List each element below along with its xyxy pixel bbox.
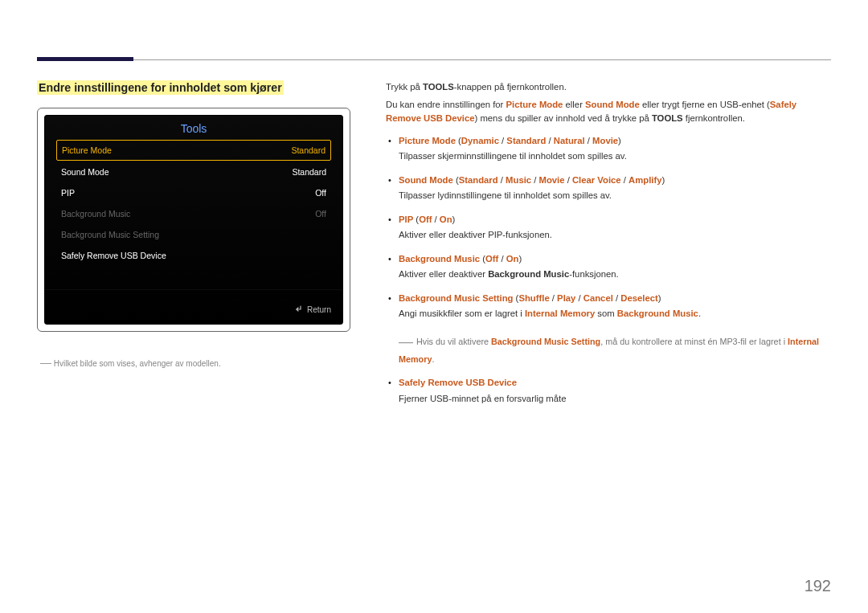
menu-row-picture-mode[interactable]: Picture Mode Standard (56, 140, 331, 161)
section-heading: Endre innstillingene for innholdet som k… (37, 80, 284, 95)
opt-picture-mode: Picture Mode (Dynamic / Standard / Natur… (386, 134, 833, 164)
left-column: Endre innstillingene for innholdet som k… (37, 80, 358, 371)
menu-label: Background Music (61, 209, 130, 219)
page-number: 192 (805, 577, 831, 595)
options-list: Picture Mode (Dynamic / Standard / Natur… (386, 134, 833, 321)
menu-value: Off (315, 209, 326, 219)
menu-label: Sound Mode (61, 167, 109, 177)
divider (37, 59, 831, 60)
opt-safely-remove: Safely Remove USB Device Fjerner USB-min… (386, 376, 833, 406)
device-frame: Tools Picture Mode Standard Sound Mode S… (37, 108, 350, 332)
menu-value: Standard (291, 145, 326, 155)
screen: Tools Picture Mode Standard Sound Mode S… (44, 115, 343, 325)
dash-icon: ― (40, 356, 51, 369)
menu-row-pip[interactable]: PIP Off (56, 183, 331, 202)
opt-background-music-setting: Background Music Setting (Shuffle / Play… (386, 292, 833, 321)
menu-row-bgm: Background Music Off (56, 204, 331, 223)
left-footnote: ― Hvilket bilde som vises, avhenger av m… (37, 354, 358, 371)
menu-label: Background Music Setting (61, 230, 159, 239)
intro-1: Trykk på TOOLS-knappen på fjernkontrolle… (386, 80, 833, 95)
footnote-text: Hvilket bilde som vises, avhenger av mod… (54, 359, 221, 368)
bgm-note: ―Hvis du vil aktivere Background Music S… (386, 331, 833, 367)
right-column: Trykk på TOOLS-knappen på fjernkontrolle… (386, 80, 833, 415)
accent-bar (37, 57, 133, 61)
dash-icon: ― (399, 333, 413, 349)
menu-row-bgm-setting: Background Music Setting (56, 225, 331, 244)
return-label[interactable]: Return (307, 305, 331, 314)
menu-label: Safely Remove USB Device (61, 251, 166, 260)
menu-row-safely-remove[interactable]: Safely Remove USB Device (56, 246, 331, 265)
opt-background-music: Background Music (Off / On) Aktiver elle… (386, 252, 833, 282)
menu-value: Off (315, 188, 326, 198)
screen-footer: Return (45, 289, 342, 319)
return-icon[interactable] (294, 304, 304, 316)
screen-title: Tools (45, 116, 342, 140)
options-list-2: Safely Remove USB Device Fjerner USB-min… (386, 376, 833, 406)
menu-row-sound-mode[interactable]: Sound Mode Standard (56, 162, 331, 182)
opt-sound-mode: Sound Mode (Standard / Music / Movie / C… (386, 174, 833, 203)
menu-list: Picture Mode Standard Sound Mode Standar… (45, 140, 342, 265)
menu-label: PIP (61, 188, 75, 198)
opt-pip: PIP (Off / On) Aktiver eller deaktiver P… (386, 213, 833, 243)
intro-2: Du kan endre innstillingen for Picture M… (386, 98, 833, 126)
menu-value: Standard (292, 167, 326, 177)
menu-label: Picture Mode (62, 145, 112, 155)
